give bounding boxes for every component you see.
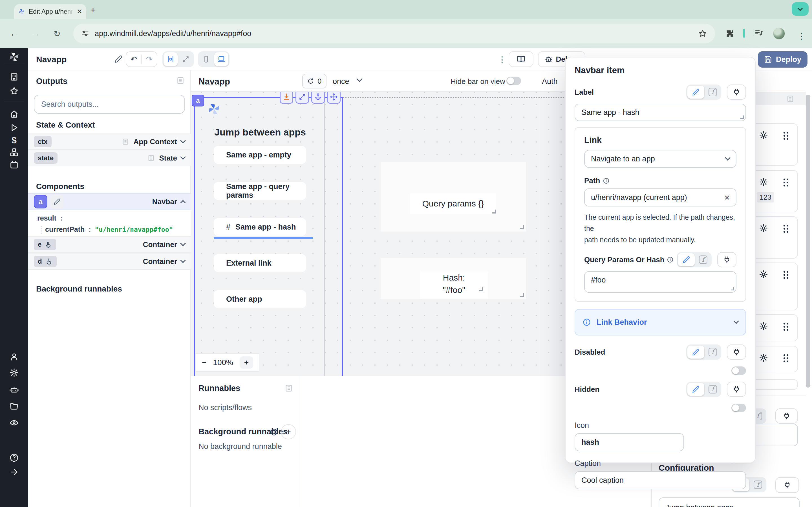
mobile-view-button[interactable] <box>199 52 213 66</box>
zoom-out-button[interactable]: − <box>202 358 206 367</box>
deploy-button[interactable]: Deploy <box>758 51 808 68</box>
refresh-mode-select[interactable]: once <box>333 77 349 86</box>
extensions-puzzle-icon[interactable] <box>726 29 734 38</box>
refresh-count-box[interactable]: 0 <box>302 74 326 89</box>
drag-handle-icon[interactable] <box>783 225 788 233</box>
url-bar[interactable]: app.windmill.dev/apps/edit/u/henri/navap… <box>73 24 715 43</box>
fx-editor-button[interactable]: f <box>696 253 711 266</box>
nav-item-button[interactable]: Other app <box>214 290 306 308</box>
bookmark-star-icon[interactable] <box>698 29 707 38</box>
sidebar-item-folders[interactable] <box>0 402 28 411</box>
fx-editor-button[interactable]: f <box>751 478 765 491</box>
link-behavior-accordion[interactable]: Link Behavior <box>574 309 746 335</box>
chevron-down-icon[interactable] <box>180 154 186 160</box>
resize-handle[interactable] <box>492 210 496 214</box>
chevron-down-icon[interactable] <box>180 258 186 263</box>
query-params-container[interactable]: Query params {} <box>380 162 526 231</box>
drag-handle-icon[interactable] <box>783 132 788 140</box>
navbar-component-row[interactable]: a Navbar <box>28 193 191 210</box>
gear-icon[interactable] <box>759 177 768 186</box>
clear-path-icon[interactable]: × <box>724 192 730 203</box>
zoom-in-button[interactable]: + <box>240 356 253 369</box>
search-outputs-input[interactable]: Search outputs... <box>34 95 185 114</box>
reload-icon[interactable]: ↻ <box>46 29 68 39</box>
panel-doc-icon[interactable] <box>284 384 293 393</box>
sidebar-item-resources[interactable] <box>0 148 28 157</box>
browser-tab[interactable]: Edit App u/henri/navapp | Win ✕ <box>14 4 86 19</box>
path-input[interactable]: u/henri/navapp (current app) × <box>584 188 737 207</box>
forward-icon[interactable]: → <box>25 29 46 38</box>
drag-handle-icon[interactable] <box>783 354 788 362</box>
textarea-resize-handle[interactable] <box>731 287 734 290</box>
resize-handle[interactable] <box>520 293 524 297</box>
connect-plug-button[interactable] <box>727 84 746 100</box>
connect-plug-button[interactable] <box>717 252 737 267</box>
tab-close-icon[interactable]: ✕ <box>77 8 82 15</box>
desktop-view-button[interactable] <box>214 52 229 66</box>
chevron-down-icon[interactable] <box>357 76 362 82</box>
textarea-resize-handle[interactable] <box>741 115 744 119</box>
edit-id-pencil-icon[interactable] <box>50 195 64 209</box>
currentpath-line[interactable]: currentPath : "u/henri/navapp#foo" <box>45 225 173 233</box>
expand-component-icon[interactable] <box>296 92 309 104</box>
static-editor-button[interactable] <box>688 346 704 358</box>
fx-editor-button[interactable]: f <box>705 86 720 99</box>
fill-height-icon[interactable] <box>280 92 293 104</box>
chevron-down-icon[interactable] <box>180 240 186 246</box>
static-editor-button[interactable] <box>678 253 695 266</box>
preview-mode-button[interactable] <box>179 52 193 66</box>
resize-handle[interactable] <box>520 225 524 229</box>
new-tab-button[interactable]: + <box>90 4 96 15</box>
sidebar-item-settings[interactable] <box>0 368 28 378</box>
anchor-component-icon[interactable] <box>311 92 325 104</box>
drag-handle-icon[interactable] <box>783 323 788 331</box>
fx-editor-button[interactable]: f <box>705 346 720 358</box>
chevron-down-icon[interactable] <box>180 138 186 144</box>
panel-scrollbar[interactable] <box>806 95 810 388</box>
sidebar-expand-icon[interactable] <box>0 467 28 476</box>
browser-menu-icon[interactable]: ⋮ <box>797 31 806 41</box>
disabled-toggle[interactable] <box>731 367 746 375</box>
drag-handle-icon[interactable] <box>783 179 788 186</box>
icon-input[interactable]: hash <box>574 433 684 451</box>
back-icon[interactable]: ← <box>3 29 25 38</box>
gear-icon[interactable] <box>759 131 768 140</box>
sidebar-item-apps[interactable] <box>0 72 28 82</box>
profile-avatar[interactable] <box>773 27 785 40</box>
container-e-row[interactable]: e Container <box>28 236 191 253</box>
nav-item-button[interactable]: External link <box>214 254 306 272</box>
move-component-icon[interactable] <box>327 92 341 104</box>
label-input[interactable]: Same app - hash <box>574 104 746 121</box>
panel-doc-icon[interactable] <box>176 76 185 85</box>
hash-container[interactable]: Hash: "#foo" <box>380 258 526 299</box>
connect-plug-button[interactable] <box>775 477 799 493</box>
query-params-input[interactable]: #foo <box>584 271 737 293</box>
nav-item-button[interactable]: Same app - empty <box>214 146 306 164</box>
connect-plug-button[interactable] <box>727 344 746 360</box>
panel-divider[interactable] <box>298 376 298 507</box>
title-input[interactable]: Jump between apps <box>659 497 800 507</box>
gear-icon[interactable] <box>759 270 768 279</box>
editor-mode-button[interactable] <box>163 52 177 66</box>
sidebar-item-favorites[interactable] <box>0 86 28 96</box>
fx-editor-button[interactable]: f <box>705 383 720 396</box>
gear-icon[interactable] <box>759 224 768 233</box>
static-editor-button[interactable] <box>688 86 704 99</box>
gear-icon[interactable] <box>759 322 768 331</box>
sidebar-item-help[interactable] <box>0 453 28 462</box>
edit-name-pencil-icon[interactable] <box>114 55 122 63</box>
state-row[interactable]: state State <box>28 150 191 166</box>
more-menu-icon[interactable]: ⋮ <box>498 55 506 64</box>
sidebar-item-runs[interactable] <box>0 123 28 132</box>
selected-component-badge[interactable]: a <box>192 95 204 107</box>
gear-icon[interactable] <box>759 353 768 362</box>
hidden-toggle[interactable] <box>731 404 746 412</box>
link-type-select[interactable]: Navigate to an app <box>584 150 737 168</box>
nav-item-button[interactable]: Same app - query params <box>214 182 306 200</box>
site-settings-icon[interactable] <box>81 30 89 38</box>
sidebar-item-schedules[interactable] <box>0 160 28 170</box>
redo-button[interactable]: ↷ <box>142 55 157 64</box>
ctx-row[interactable]: ctx App Context <box>28 133 191 150</box>
sidebar-item-variables[interactable]: $ <box>0 135 28 146</box>
caption-input[interactable]: Cool caption <box>574 471 746 489</box>
